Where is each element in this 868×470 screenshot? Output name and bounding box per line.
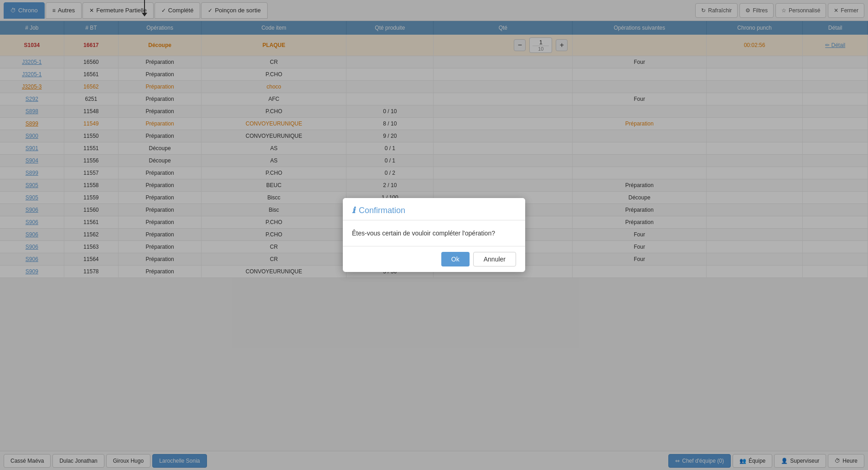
confirmation-modal: ℹ Confirmation Êtes-vous certain de voul…	[343, 198, 525, 272]
modal-title: Confirmation	[359, 206, 405, 215]
modal-overlay: ℹ Confirmation Êtes-vous certain de voul…	[0, 0, 868, 451]
modal-body: Êtes-vous certain de vouloir compléter l…	[343, 220, 525, 246]
info-icon: ℹ	[352, 205, 355, 215]
modal-message: Êtes-vous certain de vouloir compléter l…	[352, 230, 495, 237]
modal-header: ℹ Confirmation	[343, 198, 525, 220]
modal-footer: Ok Annuler	[343, 246, 525, 272]
ok-button[interactable]: Ok	[441, 252, 470, 266]
cancel-button[interactable]: Annuler	[473, 252, 516, 266]
